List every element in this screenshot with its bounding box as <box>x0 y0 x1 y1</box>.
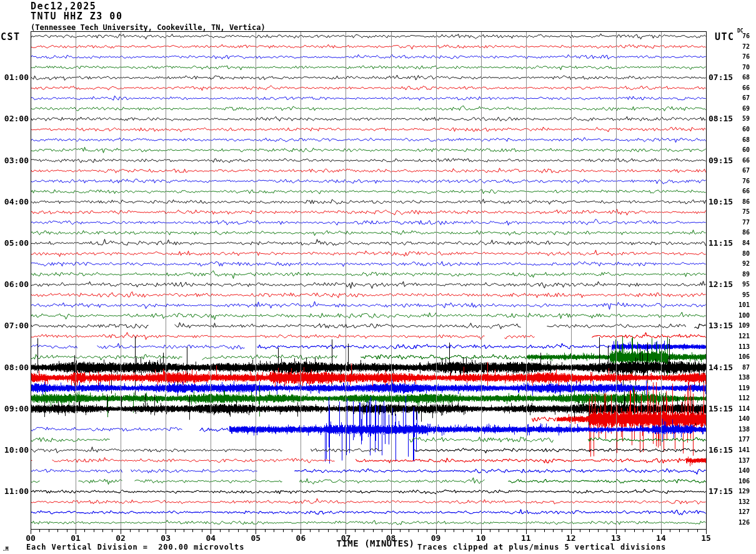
dc-value: 129 <box>725 488 750 495</box>
dc-value: 68 <box>725 74 750 81</box>
cst-hour-label: 03:00 <box>0 156 29 165</box>
dc-value: 67 <box>725 168 750 174</box>
dc-value: 137 <box>725 458 750 464</box>
footer-scale-note: Each Vertical Division = 200.00 microvol… <box>26 543 244 551</box>
dc-value: 89 <box>725 271 750 278</box>
dc-value: 66 <box>725 158 750 164</box>
dc-value: 60 <box>725 147 750 153</box>
dc-value: 101 <box>725 302 750 308</box>
title-date: Dec12,2025 <box>31 1 96 11</box>
dc-value: 132 <box>725 499 750 505</box>
dc-value: 80 <box>725 251 750 257</box>
minute-axis-label: 02 <box>116 533 126 543</box>
minute-axis-label: 12 <box>566 533 576 543</box>
cst-hour-label: 04:00 <box>0 198 29 206</box>
dc-value: 177 <box>725 436 750 443</box>
cst-hour-label: 06:00 <box>0 280 29 289</box>
dc-value: 92 <box>725 261 750 267</box>
minute-axis-label: 14 <box>656 533 666 543</box>
dc-value: 138 <box>725 426 750 433</box>
cst-hour-label: 05:00 <box>0 239 29 248</box>
dc-value: 70 <box>725 64 750 71</box>
minute-axis-label: 15 <box>701 533 711 543</box>
cst-hour-label: 02:00 <box>0 114 29 123</box>
cst-hour-label: 08:00 <box>0 363 29 372</box>
dc-value: 67 <box>725 95 750 101</box>
dc-value: 138 <box>725 375 750 381</box>
dc-value: 95 <box>725 292 750 298</box>
dc-value: 69 <box>725 106 750 112</box>
minute-axis-label: 00 <box>26 533 36 543</box>
dc-value: 106 <box>725 478 750 485</box>
minute-axis-label: 01 <box>71 533 81 543</box>
dc-value: 66 <box>725 85 750 91</box>
dc-value: 75 <box>725 209 750 215</box>
title-station-code: TNTU HHZ Z3 00 <box>31 11 122 21</box>
dc-value: 76 <box>725 33 750 39</box>
minute-axis-label: 06 <box>296 533 306 543</box>
dc-value: 121 <box>725 333 750 340</box>
x-axis-title: TIME (MINUTES) <box>336 538 414 548</box>
dc-value: 72 <box>725 44 750 50</box>
dc-value: 76 <box>725 178 750 184</box>
dc-value: 60 <box>725 126 750 133</box>
cst-hour-label: 10:00 <box>0 446 29 455</box>
dc-value: 68 <box>725 137 750 143</box>
dc-value: 86 <box>725 199 750 205</box>
dc-value: 86 <box>725 229 750 236</box>
minute-axis-label: 09 <box>431 533 441 543</box>
seismogram-page: Dec12,2025 TNTU HHZ Z3 00 (Tennessee Tec… <box>0 0 756 554</box>
cst-hour-label: 07:00 <box>0 321 29 330</box>
dc-value: 140 <box>725 468 750 474</box>
footer-logo-mark: .M <box>2 546 9 552</box>
cst-hour-label: 01:00 <box>0 73 29 82</box>
dc-value: 114 <box>725 406 750 412</box>
dc-value: 84 <box>725 240 750 246</box>
dc-value: 66 <box>725 188 750 194</box>
footer-clip-note: Traces clipped at plus/minus 5 vertical … <box>417 543 666 551</box>
minute-axis-label: 13 <box>611 533 621 543</box>
dc-value: 106 <box>725 354 750 360</box>
minute-axis-label: 05 <box>251 533 261 543</box>
seismogram-canvas <box>0 0 756 554</box>
minute-axis-label: 03 <box>161 533 171 543</box>
cst-hour-label: 11:00 <box>0 487 29 496</box>
dc-value: 140 <box>725 416 750 422</box>
dc-value: 112 <box>725 395 750 401</box>
dc-value: 141 <box>725 447 750 453</box>
dc-value: 113 <box>725 344 750 350</box>
dc-value: 100 <box>725 313 750 319</box>
dc-value: 59 <box>725 116 750 122</box>
cst-hour-label: 09:00 <box>0 405 29 413</box>
title-station-location: (Tennessee Tech University, Cookeville, … <box>31 23 266 33</box>
dc-value: 95 <box>725 281 750 288</box>
left-timezone-label: CST <box>1 31 21 43</box>
minute-axis-label: 04 <box>206 533 216 543</box>
dc-value: 76 <box>725 54 750 60</box>
minute-axis-label: 11 <box>521 533 531 543</box>
minute-axis-label: 10 <box>476 533 486 543</box>
dc-value: 127 <box>725 509 750 515</box>
dc-value: 119 <box>725 385 750 391</box>
dc-value: 126 <box>725 520 750 526</box>
dc-value: 109 <box>725 323 750 329</box>
dc-value: 87 <box>725 365 750 371</box>
dc-value: 77 <box>725 219 750 226</box>
